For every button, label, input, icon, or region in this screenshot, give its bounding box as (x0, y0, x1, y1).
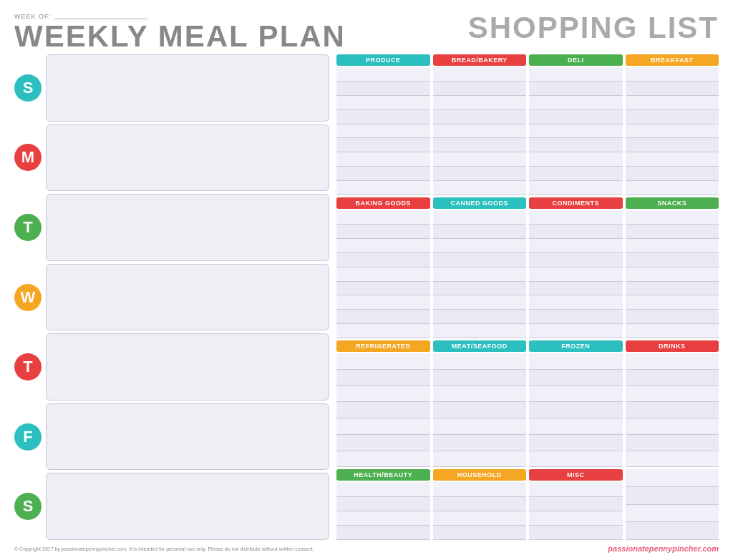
list-line (336, 225, 430, 239)
list-line (336, 418, 430, 435)
list-line (336, 435, 430, 451)
day-box[interactable] (46, 54, 329, 122)
section-header: MEAT/SEAFOOD (433, 340, 527, 352)
list-line (433, 353, 527, 370)
list-line (626, 353, 719, 370)
list-line (336, 67, 430, 82)
list-line (433, 526, 527, 540)
list-line (626, 253, 719, 267)
list-line (529, 152, 623, 167)
list-line (433, 497, 527, 511)
list-line (433, 267, 527, 282)
list-line (529, 435, 623, 451)
list-line (336, 451, 430, 468)
shopping-section: MISC (529, 469, 623, 540)
list-line (529, 370, 623, 386)
shopping-section: FROZEN (529, 340, 623, 467)
shopping-row: HEALTH/BEAUTYHOUSEHOLDMISC (336, 469, 719, 540)
shopping-row: BAKING GOODSCANNED GOODSCONDIMENTSSNACKS (336, 197, 719, 338)
list-line (529, 96, 623, 110)
day-box[interactable] (46, 473, 329, 540)
section-header: DELI (529, 54, 623, 66)
section-lines (336, 353, 430, 467)
section-lines (433, 210, 527, 338)
list-line (433, 96, 527, 110)
list-line (626, 386, 719, 403)
list-line (626, 469, 719, 487)
list-line (626, 110, 719, 124)
section-lines (336, 482, 430, 540)
list-line (336, 82, 430, 96)
day-circle: W (14, 284, 42, 311)
list-line (626, 310, 719, 324)
list-line (433, 124, 527, 139)
list-line (336, 482, 430, 496)
list-line (529, 295, 623, 310)
list-line (529, 324, 623, 338)
list-line (529, 181, 623, 195)
list-line (433, 138, 527, 152)
shopping-section: HOUSEHOLD (433, 469, 527, 540)
list-line (626, 282, 719, 296)
day-box[interactable] (46, 403, 329, 471)
day-circle: T (14, 214, 42, 241)
section-lines (529, 67, 623, 195)
day-row: T (14, 333, 329, 401)
list-line (529, 451, 623, 468)
day-box[interactable] (46, 194, 329, 261)
list-line (336, 511, 430, 526)
list-line (529, 239, 623, 253)
day-row: S (14, 473, 329, 540)
shopping-section: SNACKS (626, 197, 719, 338)
section-lines (433, 353, 527, 467)
list-line (529, 482, 623, 496)
list-line (433, 295, 527, 310)
list-line (336, 353, 430, 370)
section-header: FROZEN (529, 340, 623, 352)
list-line (336, 239, 430, 253)
list-line (626, 225, 719, 239)
shopping-row: PRODUCEBREAD/BAKERYDELIBREAKFAST (336, 54, 719, 195)
day-box[interactable] (46, 124, 329, 192)
list-line (336, 96, 430, 110)
day-row: M (14, 124, 329, 192)
list-line (336, 167, 430, 181)
list-line (626, 167, 719, 181)
list-line (336, 295, 430, 310)
list-line (336, 386, 430, 403)
section-header: HOUSEHOLD (433, 469, 527, 481)
list-line (336, 210, 430, 225)
list-line (529, 418, 623, 435)
shopping-section: HEALTH/BEAUTY (336, 469, 430, 540)
day-box[interactable] (46, 333, 329, 401)
day-row: F (14, 403, 329, 471)
list-line (626, 487, 719, 505)
shopping-section: REFRIGERATED (336, 340, 430, 467)
shopping-section: MEAT/SEAFOOD (433, 340, 527, 467)
list-line (529, 82, 623, 96)
list-line (529, 225, 623, 239)
list-line (626, 210, 719, 225)
list-line (433, 324, 527, 338)
section-lines (336, 210, 430, 338)
main-content: SMTWTFS PRODUCEBREAD/BAKERYDELIBREAKFAST… (14, 54, 719, 540)
header-row: WEEK OF: WEEKLY MEAL PLAN SHOPPING LIST (14, 13, 719, 51)
shopping-section: BAKING GOODS (336, 197, 430, 338)
list-line (626, 239, 719, 253)
list-line (529, 138, 623, 152)
footer-copyright: © Copyright 2017 by passionatepennypinch… (14, 546, 314, 551)
list-line (626, 138, 719, 152)
section-lines (529, 482, 623, 540)
list-line (336, 324, 430, 338)
list-line (626, 96, 719, 110)
section-header: REFRIGERATED (336, 340, 430, 352)
section-header: CONDIMENTS (529, 197, 623, 209)
section-header: BREAKFAST (626, 54, 719, 66)
day-box[interactable] (46, 264, 329, 331)
list-line (336, 181, 430, 195)
list-line (433, 239, 527, 253)
section-header: PRODUCE (336, 54, 430, 66)
list-line (336, 282, 430, 296)
list-line (336, 124, 430, 139)
list-line (433, 82, 527, 96)
